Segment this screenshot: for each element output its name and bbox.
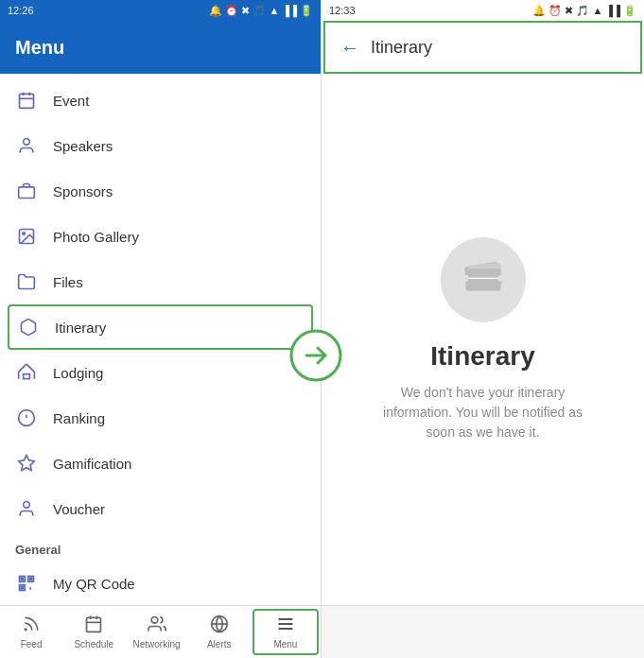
bottom-nav-left: Feed Schedule Networking xyxy=(0,605,321,658)
itinerary-empty-description: We don't have your itinerary information… xyxy=(370,383,597,442)
time-right: 12:33 xyxy=(329,5,356,16)
alerts-nav-label: Alerts xyxy=(207,639,232,649)
svg-point-7 xyxy=(23,233,25,235)
itinerary-empty-icon xyxy=(441,237,526,322)
menu-label-gamification: Gamification xyxy=(53,456,131,472)
general-section-header: General xyxy=(0,531,321,561)
voucher-icon xyxy=(15,497,38,520)
itinerary-content: Itinerary We don't have your itinerary i… xyxy=(322,74,644,605)
back-button[interactable]: ← xyxy=(340,37,359,59)
menu-label-voucher: Voucher xyxy=(53,501,105,517)
svg-point-45 xyxy=(462,274,469,281)
svg-rect-5 xyxy=(19,187,35,199)
menu-label-event: Event xyxy=(53,93,89,109)
ranking-icon xyxy=(15,407,38,429)
menu-nav-label: Menu xyxy=(273,639,297,649)
svg-rect-19 xyxy=(21,586,24,589)
time-left: 12:26 xyxy=(8,5,34,16)
status-bar-right: 12:33 🔔 ⏰ ✖ 🎵 ▲ ▐▐ 🔋 xyxy=(322,0,644,21)
menu-item-ranking[interactable]: Ranking xyxy=(0,395,321,441)
icons-left: 🔔 ⏰ ✖ 🎵 ▲ ▐▐ 🔋 xyxy=(209,5,313,17)
itinerary-empty-title: Itinerary xyxy=(430,341,535,372)
svg-point-13 xyxy=(24,502,30,509)
menu-title: Menu xyxy=(15,37,64,59)
menu-item-my-qr-code[interactable]: My QR Code xyxy=(0,561,321,605)
menu-item-voucher[interactable]: Voucher xyxy=(0,486,321,531)
menu-label-speakers: Speakers xyxy=(53,138,113,154)
menu-item-gamification[interactable]: Gamification xyxy=(0,441,321,486)
menu-item-photo-gallery[interactable]: Photo Gallery xyxy=(0,214,321,259)
photo-gallery-icon xyxy=(15,225,38,248)
svg-rect-17 xyxy=(21,578,24,580)
nav-schedule[interactable]: Schedule xyxy=(62,611,125,653)
event-icon xyxy=(15,89,38,112)
menu-item-event[interactable]: Event xyxy=(0,78,321,123)
svg-marker-12 xyxy=(19,456,35,471)
menu-item-files[interactable]: Files xyxy=(0,259,321,304)
schedule-nav-icon xyxy=(84,615,103,638)
svg-rect-8 xyxy=(24,374,30,379)
lodging-icon xyxy=(15,361,38,384)
menu-header: Menu xyxy=(0,21,321,74)
menu-label-sponsors: Sponsors xyxy=(53,183,113,199)
alerts-nav-icon xyxy=(210,615,229,638)
feed-nav-label: Feed xyxy=(21,639,43,649)
schedule-nav-label: Schedule xyxy=(74,639,113,649)
right-panel: 12:33 🔔 ⏰ ✖ 🎵 ▲ ▐▐ 🔋 ← Itinerary Itinera… xyxy=(322,0,644,658)
menu-item-lodging[interactable]: Lodging xyxy=(0,350,321,395)
nav-networking[interactable]: Networking xyxy=(125,611,187,653)
menu-label-files: Files xyxy=(53,274,83,290)
svg-point-46 xyxy=(497,274,504,281)
svg-point-4 xyxy=(24,139,30,146)
svg-point-33 xyxy=(151,617,158,624)
menu-item-sponsors[interactable]: Sponsors xyxy=(0,168,321,214)
bottom-area-right xyxy=(322,605,644,658)
menu-label-my-qr-code: My QR Code xyxy=(53,576,135,592)
networking-nav-label: Networking xyxy=(132,639,180,649)
menu-item-speakers[interactable]: Speakers xyxy=(0,123,321,168)
menu-label-ranking: Ranking xyxy=(53,410,105,426)
menu-list: Event Speakers Sponsors xyxy=(0,74,321,605)
itinerary-icon xyxy=(17,316,40,338)
left-panel: 12:26 🔔 ⏰ ✖ 🎵 ▲ ▐▐ 🔋 Menu Event Speakers xyxy=(0,0,322,658)
files-icon xyxy=(15,270,38,293)
icons-right: 🔔 ⏰ ✖ 🎵 ▲ ▐▐ 🔋 xyxy=(532,5,636,17)
menu-label-photo-gallery: Photo Gallery xyxy=(53,229,139,245)
svg-point-28 xyxy=(25,629,26,631)
itinerary-header: ← Itinerary xyxy=(323,21,642,74)
qr-code-icon xyxy=(15,572,38,595)
svg-rect-29 xyxy=(87,617,101,632)
menu-nav-icon xyxy=(276,615,295,638)
itinerary-header-title: Itinerary xyxy=(371,38,432,58)
svg-rect-43 xyxy=(465,268,500,291)
menu-label-itinerary: Itinerary xyxy=(55,320,106,336)
svg-rect-18 xyxy=(29,578,32,580)
nav-feed[interactable]: Feed xyxy=(0,611,62,653)
menu-item-itinerary[interactable]: Itinerary xyxy=(8,304,313,350)
status-bar-left: 12:26 🔔 ⏰ ✖ 🎵 ▲ ▐▐ 🔋 xyxy=(0,0,321,21)
feed-nav-icon xyxy=(22,615,41,638)
menu-label-lodging: Lodging xyxy=(53,365,103,381)
sponsors-icon xyxy=(15,180,38,202)
networking-nav-icon xyxy=(148,615,166,638)
speakers-icon xyxy=(15,134,38,157)
nav-alerts[interactable]: Alerts xyxy=(188,611,251,653)
svg-rect-0 xyxy=(20,94,34,108)
nav-menu[interactable]: Menu xyxy=(252,609,319,655)
gamification-icon xyxy=(15,452,38,475)
